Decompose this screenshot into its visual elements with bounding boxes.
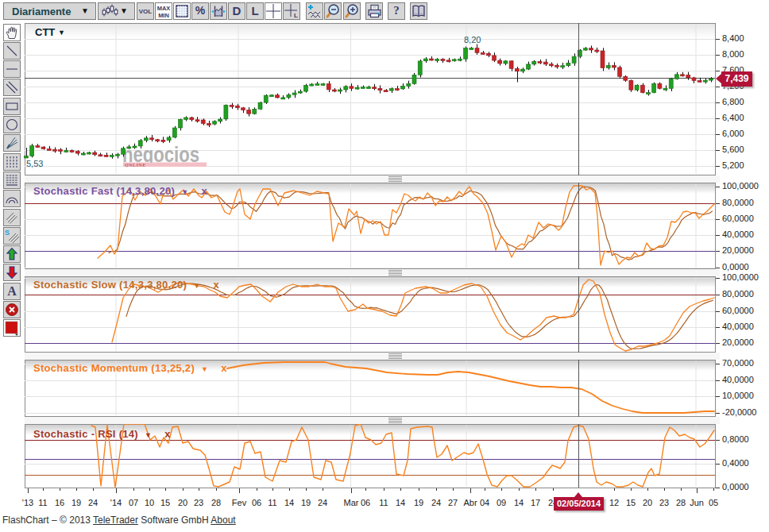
svg-text:L: L xyxy=(294,12,298,19)
svg-text:S: S xyxy=(5,229,10,237)
svg-text:ONLINE: ONLINE xyxy=(125,163,146,168)
